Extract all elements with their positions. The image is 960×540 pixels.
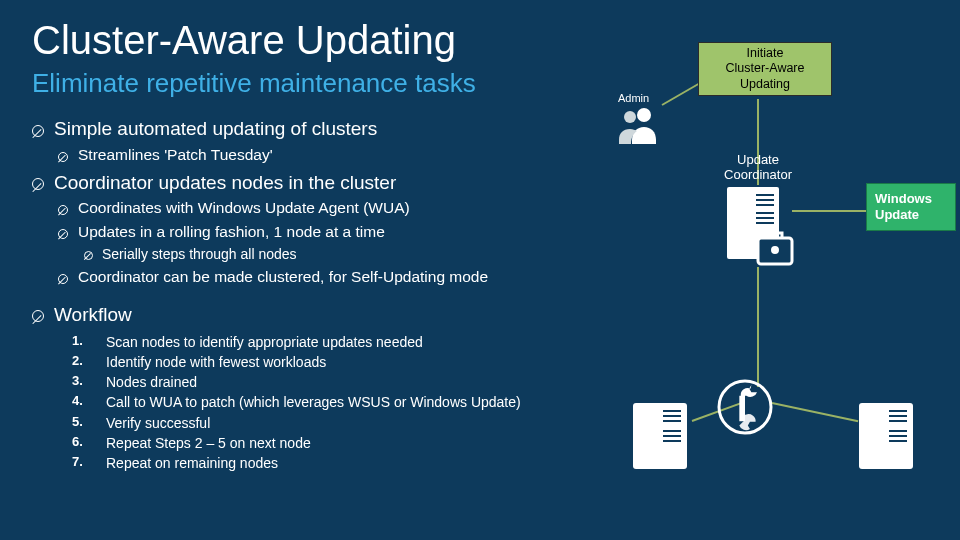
connector-line: [757, 267, 759, 387]
workflow-step: 2.Identify node with fewest workloads: [32, 352, 592, 372]
svg-rect-9: [756, 222, 774, 224]
bullet-self-updating: Coordinator can be made clustered, for S…: [32, 267, 592, 288]
workflow-step: 4.Call to WUA to patch (which leverages …: [32, 392, 592, 412]
slide-body: Simple automated updating of clusters St…: [32, 112, 592, 474]
admin-label: Admin: [618, 92, 649, 104]
svg-rect-25: [889, 435, 907, 437]
coordinator-server-icon: [722, 184, 800, 270]
svg-rect-24: [889, 430, 907, 432]
svg-rect-6: [756, 204, 774, 206]
bullet-workflow: Workflow: [32, 302, 592, 328]
workflow-step: 1.Scan nodes to identify appropriate upd…: [32, 332, 592, 352]
svg-point-0: [637, 108, 651, 122]
svg-rect-23: [889, 420, 907, 422]
svg-rect-5: [756, 199, 774, 201]
windows-update-box: Windows Update: [866, 183, 956, 231]
bullet-patch-tuesday: Streamlines 'Patch Tuesday': [32, 145, 592, 166]
svg-rect-8: [756, 217, 774, 219]
svg-rect-14: [663, 410, 681, 412]
cluster-node-server-icon: [856, 400, 916, 472]
workflow-list: 1.Scan nodes to identify appropriate upd…: [32, 332, 592, 474]
svg-point-1: [624, 111, 636, 123]
slide-subtitle: Eliminate repetitive maintenance tasks: [32, 68, 476, 99]
initiate-cau-box: Initiate Cluster-Aware Updating: [698, 42, 832, 96]
svg-rect-18: [663, 435, 681, 437]
bullet-simple-updating: Simple automated updating of clusters: [32, 116, 592, 142]
svg-rect-26: [889, 440, 907, 442]
connector-line: [772, 402, 858, 422]
workflow-step: 6.Repeat Steps 2 – 5 on next node: [32, 433, 592, 453]
admin-users-icon: [616, 106, 660, 146]
svg-point-11: [773, 248, 778, 253]
bullet-serially: Serially steps through all nodes: [32, 245, 592, 264]
connector-line: [792, 210, 866, 212]
workflow-step: 3.Nodes drained: [32, 372, 592, 392]
svg-rect-15: [663, 415, 681, 417]
svg-rect-7: [756, 212, 774, 214]
bullet-coordinator: Coordinator updates nodes in the cluster: [32, 170, 592, 196]
workflow-step: 5.Verify successful: [32, 413, 592, 433]
svg-rect-16: [663, 420, 681, 422]
bullet-rolling: Updates in a rolling fashion, 1 node at …: [32, 222, 592, 243]
svg-rect-19: [663, 440, 681, 442]
svg-rect-21: [889, 410, 907, 412]
cluster-node-server-icon: [630, 400, 690, 472]
bullet-wua: Coordinates with Windows Update Agent (W…: [32, 198, 592, 219]
svg-rect-17: [663, 430, 681, 432]
update-coordinator-label: Update Coordinator: [708, 152, 808, 182]
svg-rect-22: [889, 415, 907, 417]
slide-title: Cluster-Aware Updating: [32, 18, 456, 63]
svg-rect-4: [756, 194, 774, 196]
maintenance-wrench-icon: [716, 378, 774, 436]
workflow-step: 7.Repeat on remaining nodes: [32, 453, 592, 473]
